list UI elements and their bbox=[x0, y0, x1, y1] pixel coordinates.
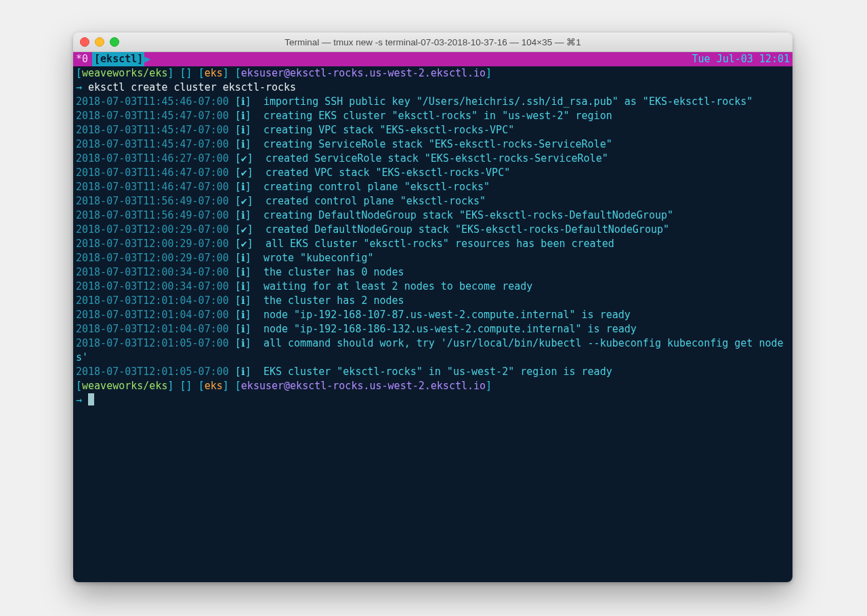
minimize-icon[interactable] bbox=[95, 37, 104, 47]
log-line: 2018-07-03T11:46:47-07:00 [ℹ] creating c… bbox=[76, 180, 790, 194]
close-icon[interactable] bbox=[80, 37, 89, 47]
prompt-cursor-line[interactable]: → bbox=[76, 393, 790, 408]
tmux-status-bar: *0 [eksctl] ▶ Tue Jul-03 12:01 bbox=[73, 52, 792, 66]
prompt-line: [weaveworks/eks] [] [eks] [eksuser@eksct… bbox=[76, 379, 790, 393]
command-line: → eksctl create cluster eksctl-rocks bbox=[76, 81, 790, 95]
tmux-divider-icon: ▶ bbox=[144, 52, 150, 66]
log-line: 2018-07-03T11:45:47-07:00 [ℹ] creating E… bbox=[76, 109, 790, 123]
log-line: 2018-07-03T12:01:05-07:00 [ℹ] EKS cluste… bbox=[76, 365, 790, 379]
log-line: 2018-07-03T11:56:49-07:00 [ℹ] creating D… bbox=[76, 208, 790, 223]
titlebar[interactable]: Terminal — tmux new -s terminal-07-03-20… bbox=[73, 32, 792, 52]
log-line: 2018-07-03T11:45:46-07:00 [ℹ] importing … bbox=[76, 95, 790, 109]
traffic-lights bbox=[80, 37, 119, 47]
tmux-session-index: *0 bbox=[73, 52, 92, 66]
log-line: 2018-07-03T12:00:29-07:00 [✔] created De… bbox=[76, 223, 790, 237]
tmux-clock: Tue Jul-03 12:01 bbox=[692, 52, 793, 66]
log-line: 2018-07-03T12:00:34-07:00 [ℹ] the cluste… bbox=[76, 265, 790, 280]
log-line: 2018-07-03T11:46:27-07:00 [✔] created Se… bbox=[76, 152, 790, 166]
log-line: 2018-07-03T11:45:47-07:00 [ℹ] creating V… bbox=[76, 123, 790, 137]
cursor-icon bbox=[88, 393, 94, 405]
tmux-window-name: [eksctl] bbox=[92, 52, 145, 66]
log-line: 2018-07-03T12:00:29-07:00 [ℹ] wrote "kub… bbox=[76, 251, 790, 265]
window-title: Terminal — tmux new -s terminal-07-03-20… bbox=[73, 37, 792, 47]
zoom-icon[interactable] bbox=[110, 37, 119, 47]
log-line: 2018-07-03T12:01:05-07:00 [ℹ] all comman… bbox=[76, 336, 790, 365]
log-line: 2018-07-03T12:00:29-07:00 [✔] all EKS cl… bbox=[76, 237, 790, 251]
terminal-body[interactable]: *0 [eksctl] ▶ Tue Jul-03 12:01 [weavewor… bbox=[73, 52, 792, 582]
log-line: 2018-07-03T12:00:34-07:00 [ℹ] waiting fo… bbox=[76, 280, 790, 294]
log-line: 2018-07-03T11:56:49-07:00 [✔] created co… bbox=[76, 194, 790, 208]
log-line: 2018-07-03T11:45:47-07:00 [ℹ] creating S… bbox=[76, 137, 790, 152]
terminal-window: Terminal — tmux new -s terminal-07-03-20… bbox=[73, 32, 792, 582]
log-line: 2018-07-03T12:01:04-07:00 [ℹ] node "ip-1… bbox=[76, 308, 790, 322]
log-line: 2018-07-03T11:46:47-07:00 [✔] created VP… bbox=[76, 166, 790, 180]
prompt-line: [weaveworks/eks] [] [eks] [eksuser@eksct… bbox=[76, 66, 790, 81]
log-line: 2018-07-03T12:01:04-07:00 [ℹ] the cluste… bbox=[76, 294, 790, 308]
log-line: 2018-07-03T12:01:04-07:00 [ℹ] node "ip-1… bbox=[76, 322, 790, 336]
terminal-output[interactable]: [weaveworks/eks] [] [eks] [eksuser@eksct… bbox=[73, 66, 792, 408]
